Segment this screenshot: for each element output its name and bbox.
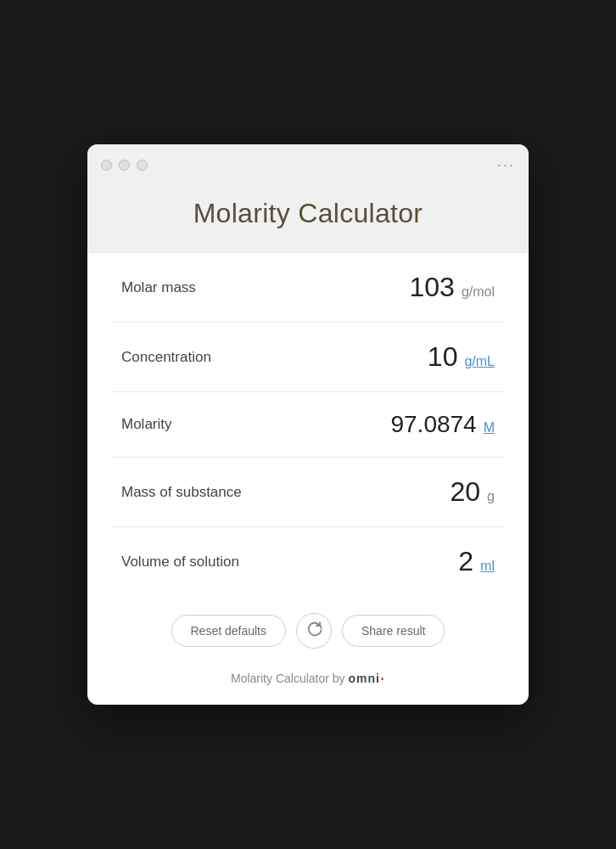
molarity-label: Molarity	[121, 416, 172, 433]
page-title: Molarity Calculator	[121, 198, 495, 229]
share-result-label: Share result	[361, 624, 425, 638]
molar-mass-label: Molar mass	[121, 279, 196, 296]
concentration-label: Concentration	[121, 349, 211, 366]
app-window: ··· Molarity Calculator Molar mass 103 g…	[87, 144, 529, 705]
molarity-value[interactable]: 97.0874	[390, 411, 476, 438]
footer-text: Molarity Calculator by omni·	[231, 672, 385, 685]
reset-defaults-label: Reset defaults	[191, 624, 267, 638]
refresh-icon	[306, 621, 322, 641]
actions-area: Reset defaults Share result	[87, 596, 529, 664]
molar-mass-row: Molar mass 103 g/mol	[113, 253, 503, 323]
concentration-row: Concentration 10 g/mL	[113, 323, 503, 392]
mass-substance-label: Mass of substance	[121, 484, 242, 501]
footer-dot: ·	[380, 671, 385, 688]
volume-solution-value[interactable]: 2	[458, 546, 473, 577]
footer: Molarity Calculator by omni·	[87, 664, 529, 705]
molarity-unit[interactable]: M	[484, 420, 495, 436]
window-controls	[101, 160, 148, 171]
concentration-unit[interactable]: g/mL	[464, 354, 495, 369]
molarity-row: Molarity 97.0874 M	[113, 392, 503, 458]
molar-mass-value-area: 103 g/mol	[409, 272, 495, 303]
mass-substance-row: Mass of substance 20 g	[113, 458, 503, 527]
molar-mass-unit: g/mol	[462, 284, 495, 300]
mass-substance-value[interactable]: 20	[451, 476, 481, 508]
molarity-value-area: 97.0874 M	[390, 411, 495, 438]
app-header: Molarity Calculator	[87, 174, 529, 253]
close-button[interactable]	[101, 160, 112, 171]
volume-solution-row: Volume of solution 2 ml	[113, 527, 503, 596]
share-result-button[interactable]: Share result	[342, 615, 445, 647]
volume-solution-unit[interactable]: ml	[480, 559, 495, 574]
minimize-button[interactable]	[119, 160, 130, 171]
window-menu-dots[interactable]: ···	[497, 156, 515, 174]
footer-by: by	[333, 672, 345, 685]
mass-substance-value-area: 20 g	[451, 476, 496, 508]
volume-solution-label: Volume of solution	[121, 554, 239, 571]
footer-brand: omni·	[349, 672, 385, 685]
reset-defaults-button[interactable]: Reset defaults	[171, 615, 287, 647]
volume-solution-value-area: 2 ml	[458, 546, 495, 577]
concentration-value-area: 10 g/mL	[428, 341, 495, 373]
mass-substance-unit: g	[487, 489, 495, 504]
concentration-value[interactable]: 10	[428, 341, 458, 373]
molar-mass-value[interactable]: 103	[409, 272, 454, 303]
title-bar: ···	[87, 144, 529, 174]
calculator-body: Molar mass 103 g/mol Concentration 10 g/…	[87, 253, 529, 596]
maximize-button[interactable]	[137, 160, 148, 171]
refresh-button[interactable]	[296, 613, 332, 649]
